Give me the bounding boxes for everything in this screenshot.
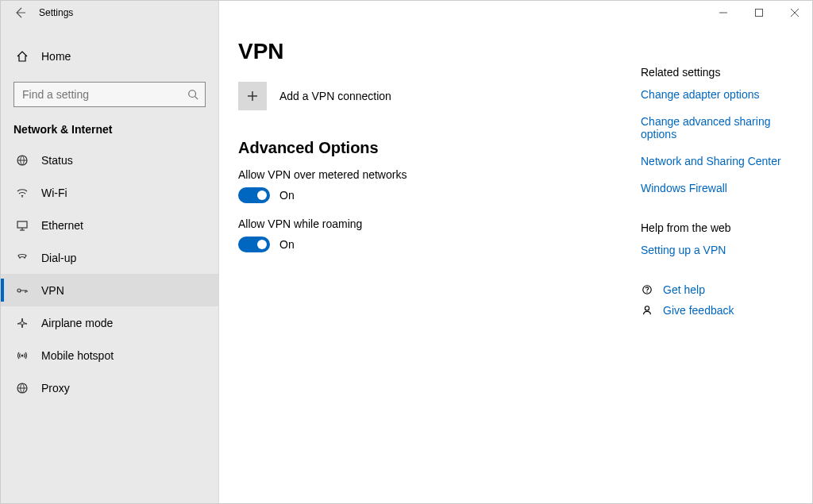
toggle-roaming-state: On — [279, 238, 295, 251]
sidebar-item-dialup[interactable]: Dial-up — [1, 241, 218, 274]
search-input[interactable] — [21, 87, 187, 102]
toggle-roaming-label: Allow VPN while roaming — [238, 217, 615, 230]
sidebar-item-label: Status — [41, 154, 73, 167]
window-title: Settings — [39, 7, 73, 18]
svg-point-11 — [17, 289, 21, 292]
sidebar-item-label: Dial-up — [41, 252, 76, 264]
ethernet-icon — [15, 219, 29, 232]
maximize-button[interactable] — [741, 1, 776, 25]
get-help[interactable]: Get help — [641, 283, 800, 296]
toggle-roaming-block: Allow VPN while roaming On — [238, 217, 615, 252]
titlebar: Settings — [1, 1, 218, 25]
add-vpn-label: Add a VPN connection — [279, 90, 391, 102]
sidebar-item-label: VPN — [41, 284, 64, 297]
feedback-icon — [641, 305, 653, 316]
sidebar-item-label: Airplane mode — [41, 317, 113, 329]
sidebar-item-wifi[interactable]: Wi-Fi — [1, 176, 218, 209]
status-icon — [15, 154, 29, 167]
sidebar-item-vpn[interactable]: VPN — [1, 274, 218, 306]
related-settings-heading: Related settings — [641, 66, 800, 79]
svg-point-4 — [189, 90, 196, 98]
dialup-icon — [15, 252, 29, 264]
airplane-icon — [15, 317, 29, 329]
minimize-button[interactable] — [705, 1, 741, 25]
window-controls — [705, 1, 812, 25]
sidebar-item-proxy[interactable]: Proxy — [1, 371, 218, 404]
wifi-icon — [15, 187, 29, 199]
close-button[interactable] — [776, 1, 812, 25]
link-windows-firewall[interactable]: Windows Firewall — [641, 182, 800, 194]
toggle-roaming[interactable] — [238, 237, 270, 252]
page-title: VPN — [238, 39, 615, 64]
sidebar-item-label: Proxy — [41, 382, 70, 394]
sidebar-item-status[interactable]: Status — [1, 144, 218, 176]
svg-point-7 — [21, 196, 23, 198]
side-panel: Related settings Change adapter options … — [634, 1, 812, 503]
get-help-label: Get help — [663, 283, 705, 296]
advanced-options-heading: Advanced Options — [238, 139, 615, 157]
svg-point-17 — [646, 291, 647, 292]
toggle-metered[interactable] — [238, 187, 270, 203]
sidebar: Settings Home Network & Internet Status … — [1, 1, 219, 503]
search-icon — [187, 89, 198, 100]
sidebar-item-airplane[interactable]: Airplane mode — [1, 306, 218, 339]
give-feedback[interactable]: Give feedback — [641, 304, 800, 317]
svg-rect-1 — [755, 10, 762, 17]
toggle-metered-label: Allow VPN over metered networks — [238, 168, 615, 181]
vpn-icon — [15, 284, 29, 297]
sidebar-item-ethernet[interactable]: Ethernet — [1, 209, 218, 241]
back-button[interactable] — [1, 6, 39, 19]
link-setup-vpn[interactable]: Setting up a VPN — [641, 244, 800, 256]
settings-window: Settings Home Network & Internet Status … — [0, 0, 813, 504]
svg-point-18 — [645, 306, 649, 310]
add-vpn-connection[interactable]: Add a VPN connection — [238, 82, 615, 110]
sidebar-item-label: Ethernet — [41, 219, 83, 232]
help-heading: Help from the web — [641, 221, 800, 234]
help-icon — [641, 284, 653, 295]
give-feedback-label: Give feedback — [663, 304, 734, 317]
proxy-icon — [15, 382, 29, 394]
toggle-metered-state: On — [279, 189, 295, 202]
help-section: Help from the web Setting up a VPN — [641, 221, 800, 256]
svg-point-12 — [21, 354, 24, 356]
related-settings-section: Related settings Change adapter options … — [641, 66, 800, 194]
home-icon — [15, 50, 29, 63]
link-advanced-sharing[interactable]: Change advanced sharing options — [641, 115, 800, 140]
search-box[interactable] — [13, 82, 206, 107]
sidebar-item-hotspot[interactable]: Mobile hotspot — [1, 339, 218, 371]
sidebar-item-label: Home — [41, 50, 71, 63]
toggle-metered-block: Allow VPN over metered networks On — [238, 168, 615, 203]
nav-list: Status Wi-Fi Ethernet Dial-up VPN Airpla… — [1, 144, 218, 404]
sidebar-item-label: Wi-Fi — [41, 187, 67, 199]
hotspot-icon — [15, 349, 29, 362]
link-sharing-center[interactable]: Network and Sharing Center — [641, 155, 800, 167]
svg-line-5 — [195, 97, 198, 100]
main: VPN Add a VPN connection Advanced Option… — [219, 1, 812, 503]
plus-icon — [238, 82, 267, 110]
sidebar-item-home[interactable]: Home — [1, 42, 218, 71]
content: VPN Add a VPN connection Advanced Option… — [219, 1, 634, 503]
sidebar-category: Network & Internet — [1, 118, 218, 144]
link-adapter-options[interactable]: Change adapter options — [641, 88, 800, 101]
svg-rect-8 — [17, 221, 27, 228]
sidebar-item-label: Mobile hotspot — [41, 349, 114, 362]
